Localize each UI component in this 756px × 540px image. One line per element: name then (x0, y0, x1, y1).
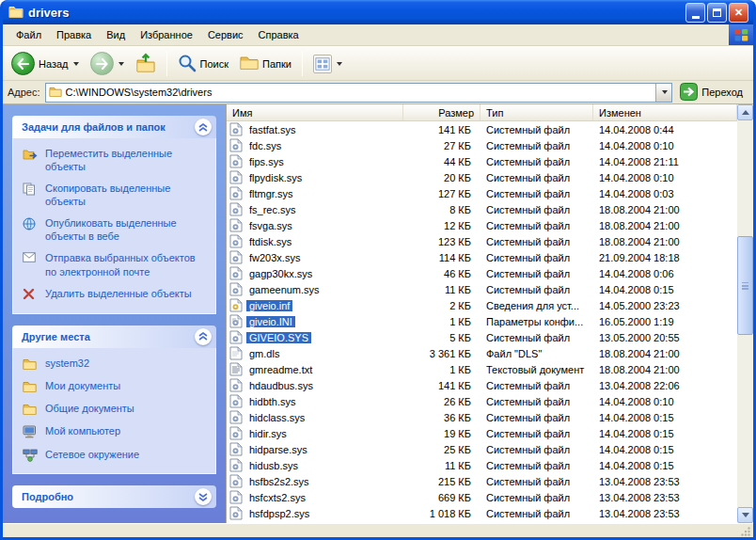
column-header-size[interactable]: Размер (403, 104, 480, 120)
go-button[interactable]: Переход (677, 82, 748, 103)
search-button[interactable]: Поиск (173, 51, 233, 77)
table-row[interactable]: fips.sys44 КБСистемный файл14.04.2008 21… (227, 153, 737, 169)
minimize-button[interactable] (685, 3, 705, 23)
close-button[interactable]: ✕ (729, 3, 748, 23)
maximize-button[interactable] (707, 3, 727, 23)
details-panel: Подробно (12, 485, 216, 508)
file-size: 25 КБ (403, 444, 480, 455)
menu-item[interactable]: Файл (8, 26, 49, 43)
forward-dropdown-icon[interactable] (118, 62, 124, 66)
file-name: giveio.INI (246, 316, 295, 327)
expand-down-icon[interactable] (195, 488, 212, 505)
collapse-up-icon[interactable] (195, 119, 212, 135)
page-plain-icon (229, 346, 243, 360)
file-size: 1 КБ (403, 316, 480, 327)
file-name: fltmgr.sys (246, 188, 295, 199)
menu-item[interactable]: Справка (251, 26, 307, 43)
collapse-up-icon[interactable] (195, 328, 212, 345)
table-row[interactable]: hdaudbus.sys141 КБСистемный файл13.04.20… (227, 377, 737, 393)
task-link[interactable]: Сетевое окружение (23, 448, 208, 465)
scroll-thumb[interactable] (737, 236, 753, 335)
table-row[interactable]: hidir.sys19 КБСистемный файл14.04.2008 0… (227, 425, 737, 441)
column-header-name[interactable]: Имя (227, 104, 403, 120)
views-button[interactable] (308, 52, 347, 76)
scroll-up-button[interactable] (737, 104, 753, 120)
scroll-down-button[interactable] (737, 507, 753, 523)
file-modified: 13.04.2008 23:53 (593, 508, 737, 519)
forward-button[interactable] (86, 49, 129, 78)
menu-item[interactable]: Избранное (133, 26, 200, 43)
address-input[interactable]: C:\WINDOWS\system32\drivers (45, 83, 673, 103)
file-modified: 18.08.2004 21:00 (593, 348, 737, 359)
folders-button[interactable]: Папки (235, 52, 296, 75)
file-size: 1 018 КБ (403, 508, 480, 519)
file-modified: 18.08.2004 21:00 (593, 236, 737, 247)
table-row[interactable]: hsfcxts2.sys669 КБСистемный файл13.04.20… (227, 489, 737, 505)
file-size: 26 КБ (403, 396, 480, 407)
table-row[interactable]: fsvga.sys12 КБСистемный файл18.08.2004 2… (227, 217, 737, 233)
address-dropdown-button[interactable] (655, 84, 671, 102)
table-row[interactable]: fw203x.sys114 КБСистемный файл21.09.2004… (227, 249, 737, 265)
task-link[interactable]: Переместить выделенные объекты (23, 147, 208, 173)
file-size: 27 КБ (403, 140, 480, 151)
up-button[interactable] (131, 50, 161, 78)
table-row[interactable]: GIVEIO.SYS5 КБСистемный файл13.05.2000 2… (227, 329, 737, 345)
file-modified: 18.08.2004 21:00 (593, 204, 737, 215)
task-link[interactable]: system32 (23, 357, 208, 373)
table-row[interactable]: hidbth.sys26 КБСистемный файл14.04.2008 … (227, 393, 737, 409)
table-row[interactable]: fs_rec.sys8 КБСистемный файл18.08.2004 2… (227, 201, 737, 217)
table-row[interactable]: gameenum.sys11 КБСистемный файл14.04.200… (227, 281, 737, 297)
task-link[interactable]: Общие документы (23, 402, 208, 418)
table-row[interactable]: fdc.sys27 КБСистемный файл14.04.2008 0:1… (227, 137, 737, 153)
details-header[interactable]: Подробно (12, 485, 216, 508)
table-row[interactable]: gmreadme.txt1 КБТекстовый документ18.08.… (227, 361, 737, 377)
task-link[interactable]: Опубликовать выделенные объекты в вебе (23, 216, 208, 243)
table-row[interactable]: hidparse.sys25 КБСистемный файл14.04.200… (227, 441, 737, 457)
file-name-cell: gameenum.sys (227, 282, 403, 296)
address-bar: Адрес: C:\WINDOWS\system32\drivers Перех… (3, 81, 753, 104)
file-size: 11 КБ (403, 284, 480, 295)
file-name: ftdisk.sys (246, 236, 294, 247)
table-row[interactable]: hidclass.sys36 КБСистемный файл14.04.200… (227, 409, 737, 425)
task-link-label: Опубликовать выделенные объекты в вебе (45, 216, 208, 243)
table-row[interactable]: hsfbs2s2.sys215 КБСистемный файл13.04.20… (227, 473, 737, 489)
page-inf-icon (229, 298, 243, 312)
back-dropdown-icon[interactable] (73, 62, 79, 66)
back-button[interactable]: Назад (7, 49, 84, 78)
table-row[interactable]: hsfdpsp2.sys1 018 КБСистемный файл13.04.… (227, 505, 737, 521)
table-row[interactable]: hidusb.sys11 КБСистемный файл14.04.2008 … (227, 457, 737, 473)
table-row[interactable]: fastfat.sys141 КБСистемный файл14.04.200… (227, 121, 737, 137)
vertical-scrollbar[interactable] (737, 104, 753, 523)
task-link[interactable]: Скопировать выделенные объекты (23, 182, 208, 208)
file-name-cell: giveio.INI (227, 314, 403, 328)
task-link-label: Мой компьютер (45, 424, 120, 441)
file-type: Системный файл (480, 252, 593, 263)
go-label: Переход (701, 87, 743, 98)
resize-grip-icon[interactable] (740, 526, 751, 537)
task-link[interactable]: Мои документы (23, 379, 208, 395)
views-dropdown-icon[interactable] (337, 62, 342, 66)
table-row[interactable]: ftdisk.sys123 КБСистемный файл18.08.2004… (227, 233, 737, 249)
table-row[interactable]: fltmgr.sys127 КБСистемный файл14.04.2008… (227, 185, 737, 201)
titlebar[interactable]: drivers ✕ (3, 0, 753, 24)
task-link[interactable]: Удалить выделенные объекты (23, 287, 208, 303)
task-link[interactable]: Мой компьютер (23, 424, 208, 441)
scroll-track[interactable] (737, 120, 753, 507)
table-row[interactable]: giveio.inf2 КБСведения для уст...14.05.2… (227, 297, 737, 313)
table-row[interactable]: gm.dls3 361 КБФайл "DLS"18.08.2004 21:00 (227, 345, 737, 361)
menu-item[interactable]: Сервис (200, 26, 251, 43)
column-header-type[interactable]: Тип (480, 104, 593, 120)
page-gear-icon (229, 426, 243, 440)
file-type: Системный файл (480, 508, 593, 519)
other-places-header[interactable]: Другие места (12, 326, 216, 348)
task-link[interactable]: Отправка выбранных объектов по электронн… (23, 251, 208, 278)
menu-item[interactable]: Вид (99, 26, 133, 43)
column-header-modified[interactable]: Изменен (593, 104, 737, 120)
menu-item[interactable]: Правка (49, 26, 99, 43)
file-name: gameenum.sys (246, 284, 323, 295)
page-txt-icon (229, 362, 243, 376)
table-row[interactable]: flpydisk.sys20 КБСистемный файл14.04.200… (227, 169, 737, 185)
table-row[interactable]: giveio.INI1 КБПараметры конфи...16.05.20… (227, 313, 737, 329)
table-row[interactable]: gagp30kx.sys46 КБСистемный файл14.04.200… (227, 265, 737, 281)
file-tasks-header[interactable]: Задачи для файлов и папок (12, 116, 216, 138)
